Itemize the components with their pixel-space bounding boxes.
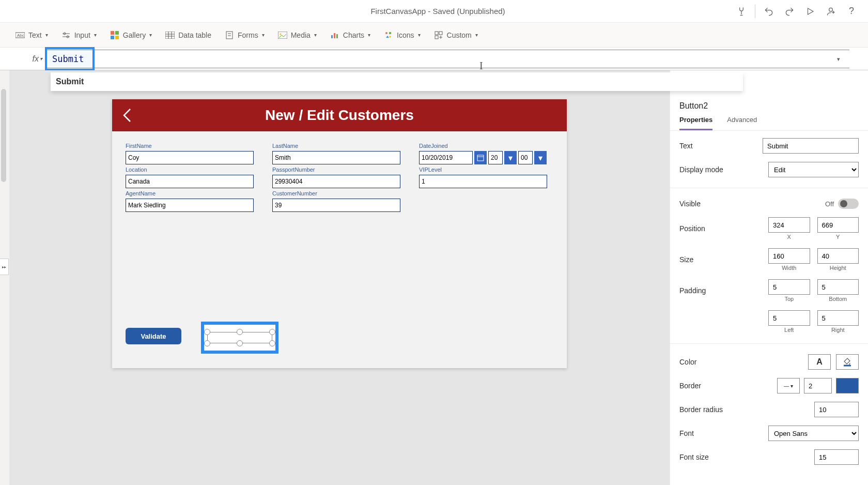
properties-panel: Button2 Properties Advanced Text Display… [670, 70, 868, 485]
undo-icon[interactable] [758, 0, 779, 23]
position-x-input[interactable] [768, 217, 810, 233]
toggle-icon [838, 199, 859, 209]
panel-tabs: Properties Advanced [670, 113, 868, 131]
help-icon[interactable]: ? [841, 0, 862, 23]
prop-font: Font Open Sans [679, 426, 859, 441]
expand-formula-icon[interactable] [853, 53, 865, 65]
tab-advanced[interactable]: Advanced [727, 116, 757, 130]
position-y-input[interactable] [817, 217, 859, 233]
scrollbar-thumb[interactable] [1, 89, 6, 182]
custno-label: CustomerNumber [272, 190, 400, 196]
radius-input[interactable] [814, 402, 859, 417]
location-card: Location [126, 166, 254, 188]
prop-displaymode-select[interactable]: Edit [768, 162, 859, 177]
viplevel-input[interactable] [419, 175, 547, 188]
pad-bot-input[interactable] [817, 279, 859, 295]
prop-radius-label: Border radius [679, 405, 768, 414]
app-canvas: New / Edit Customers FirstName LastName … [112, 99, 567, 368]
ribbon-charts[interactable]: Charts▾ [330, 31, 370, 40]
app-header: New / Edit Customers [112, 99, 567, 131]
chevron-down-icon: ▾ [418, 32, 421, 38]
ribbon-forms[interactable]: Forms▾ [225, 31, 265, 40]
ribbon-media[interactable]: Media▾ [278, 31, 317, 40]
hour-input[interactable] [488, 151, 503, 164]
expand-tree-handle[interactable]: ▸▸ [0, 259, 9, 275]
ribbon-icons[interactable]: Icons▾ [384, 31, 420, 40]
fx-label[interactable]: fx▾ [0, 54, 45, 64]
ribbon-toolbar: Abc Text▾ Input▾ Gallery▾ Data table For… [0, 23, 868, 48]
agent-input[interactable] [126, 199, 254, 212]
svg-rect-22 [331, 35, 333, 38]
svg-rect-32 [477, 155, 484, 161]
location-label: Location [126, 166, 254, 173]
lastname-card: LastName [272, 143, 400, 164]
app-checker-icon[interactable] [731, 0, 752, 23]
custno-input[interactable] [272, 199, 400, 212]
font-select[interactable]: Open Sans [768, 426, 859, 441]
hour-chevron-down-icon[interactable]: ▾ [504, 151, 517, 164]
size-w-input[interactable] [768, 248, 810, 264]
left-rail: ▸▸ [0, 70, 9, 485]
ribbon-text[interactable]: Abc Text▾ [16, 31, 48, 40]
svg-rect-8 [111, 31, 114, 35]
prop-size-label: Size [679, 255, 768, 264]
pad-left-sub: Left [784, 327, 794, 333]
redo-icon[interactable] [779, 0, 800, 23]
minute-chevron-down-icon[interactable]: ▾ [534, 151, 547, 164]
visible-state: Off [825, 200, 834, 208]
chevron-down-icon: ▾ [368, 32, 370, 38]
svg-point-25 [385, 32, 388, 34]
svg-marker-0 [808, 8, 814, 14]
font-color-button[interactable]: A [808, 354, 831, 370]
selected-control-name: Button2 [670, 95, 868, 113]
svg-rect-28 [439, 32, 442, 35]
ribbon-custom[interactable]: Custom▾ [434, 31, 478, 40]
intellisense-item[interactable]: Submit [56, 77, 84, 86]
ribbon-input[interactable]: Input▾ [61, 31, 97, 40]
tab-properties[interactable]: Properties [679, 116, 712, 130]
calendar-icon[interactable] [474, 151, 487, 164]
validate-button[interactable]: Validate [126, 328, 181, 344]
date-input[interactable] [419, 151, 473, 164]
formula-input-wrap[interactable]: Submit ▾ [45, 50, 849, 68]
svg-rect-27 [435, 32, 438, 35]
location-input[interactable] [126, 175, 254, 188]
border-color-swatch[interactable] [836, 378, 859, 393]
svg-rect-12 [165, 32, 175, 39]
ribbon-datatable[interactable]: Data table [165, 31, 211, 40]
prop-text-input[interactable] [763, 138, 859, 154]
selected-button[interactable] [201, 322, 278, 354]
fill-color-button[interactable] [836, 354, 859, 370]
svg-rect-10 [111, 36, 114, 39]
ribbon-forms-label: Forms [238, 31, 258, 39]
svg-rect-9 [115, 31, 119, 35]
border-width-input[interactable] [804, 378, 832, 393]
chevron-down-icon: ▾ [475, 32, 478, 38]
lastname-input[interactable] [272, 151, 400, 164]
selection-handles [204, 325, 275, 351]
custom-icon [434, 31, 443, 40]
pad-top-input[interactable] [768, 279, 810, 295]
firstname-input[interactable] [126, 151, 254, 164]
border-style-select[interactable]: — ▾ [777, 378, 800, 393]
passport-input[interactable] [272, 175, 400, 188]
chevron-down-icon: ▾ [40, 56, 42, 62]
fontsize-input[interactable] [814, 449, 859, 465]
size-h-input[interactable] [817, 248, 859, 264]
pad-left-input[interactable] [768, 310, 810, 326]
visible-toggle[interactable]: Off [825, 199, 859, 209]
ribbon-gallery[interactable]: Gallery▾ [110, 31, 152, 40]
minute-input[interactable] [518, 151, 533, 164]
prop-border: Border — ▾ [679, 378, 859, 393]
play-icon[interactable] [800, 0, 820, 23]
chevron-down-icon[interactable]: ▾ [837, 55, 840, 62]
prop-visible: Visible Off [679, 199, 859, 209]
lastname-label: LastName [272, 143, 400, 149]
canvas-area[interactable]: New / Edit Customers FirstName LastName … [9, 70, 670, 485]
intellisense-dropdown[interactable]: Submit [51, 72, 743, 91]
divider [670, 343, 868, 344]
svg-rect-17 [226, 32, 233, 39]
prop-displaymode: Display mode Edit [679, 162, 859, 177]
pad-right-input[interactable] [817, 310, 859, 326]
share-icon[interactable] [820, 0, 841, 23]
